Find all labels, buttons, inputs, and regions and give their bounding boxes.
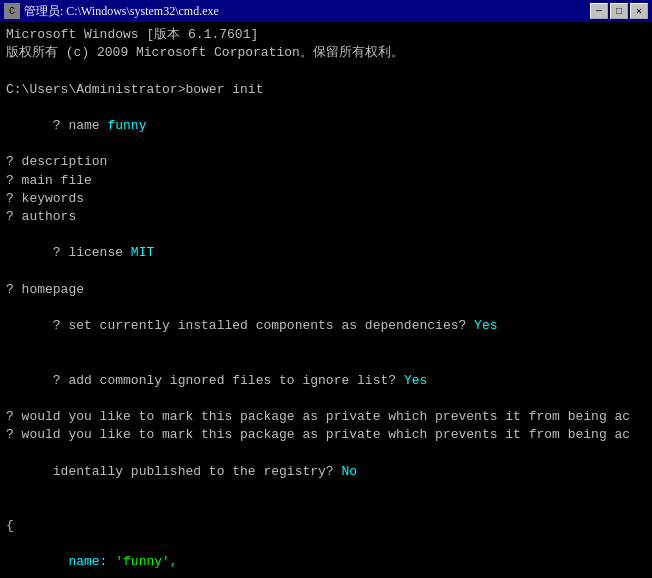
line-bower-init: C:\Users\Administrator>bower init xyxy=(6,81,646,99)
close-button[interactable]: ✕ xyxy=(630,3,648,19)
line-q-deps: ? set currently installed components as … xyxy=(6,299,646,354)
line-q-ignore: ? add commonly ignored files to ignore l… xyxy=(6,353,646,408)
line-blank2 xyxy=(6,499,646,517)
line-q-authors: ? authors xyxy=(6,208,646,226)
line-blank1 xyxy=(6,62,646,80)
q-deps-val: Yes xyxy=(474,318,497,333)
line-q-private2: ? would you like to mark this package as… xyxy=(6,426,646,444)
window-controls: ─ □ ✕ xyxy=(590,3,648,19)
terminal-output[interactable]: Microsoft Windows [版本 6.1.7601] 版权所有 (c)… xyxy=(0,22,652,578)
line-q-license: ? license MIT xyxy=(6,226,646,281)
line-q-private3: identally published to the registry? No xyxy=(6,444,646,499)
line-windows-version: Microsoft Windows [版本 6.1.7601] xyxy=(6,26,646,44)
title-bar: C 管理员: C:\Windows\system32\cmd.exe ─ □ ✕ xyxy=(0,0,652,22)
maximize-button[interactable]: □ xyxy=(610,3,628,19)
cmd-window: C 管理员: C:\Windows\system32\cmd.exe ─ □ ✕… xyxy=(0,0,652,578)
q-license-val: MIT xyxy=(131,245,154,260)
line-q-private1: ? would you like to mark this package as… xyxy=(6,408,646,426)
q-name-label: ? name xyxy=(53,118,108,133)
json-name-val: 'funny', xyxy=(115,554,177,569)
q-ignore-label: ? add commonly ignored files to ignore l… xyxy=(53,373,404,388)
line-q-homepage: ? homepage xyxy=(6,281,646,299)
q-private3-label: identally published to the registry? xyxy=(53,464,342,479)
q-deps-label: ? set currently installed components as … xyxy=(53,318,474,333)
line-copyright: 版权所有 (c) 2009 Microsoft Corporation。保留所有… xyxy=(6,44,646,62)
window-title: 管理员: C:\Windows\system32\cmd.exe xyxy=(24,3,219,20)
q-ignore-val: Yes xyxy=(404,373,427,388)
line-q-name: ? name funny xyxy=(6,99,646,154)
minimize-button[interactable]: ─ xyxy=(590,3,608,19)
q-private3-val: No xyxy=(341,464,357,479)
line-json-open: { xyxy=(6,517,646,535)
cmd-icon: C xyxy=(4,3,20,19)
q-name-val: funny xyxy=(107,118,146,133)
title-bar-left: C 管理员: C:\Windows\system32\cmd.exe xyxy=(4,3,219,20)
line-q-main: ? main file xyxy=(6,172,646,190)
q-license-label: ? license xyxy=(53,245,131,260)
line-q-desc: ? description xyxy=(6,153,646,171)
json-name-key: name: xyxy=(53,554,115,569)
line-q-keywords: ? keywords xyxy=(6,190,646,208)
line-json-name: name: 'funny', xyxy=(6,535,646,578)
